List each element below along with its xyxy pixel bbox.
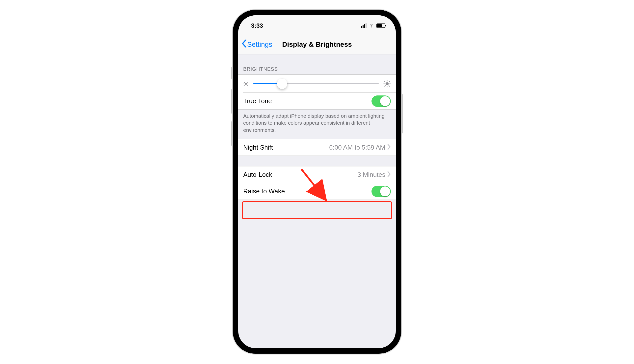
night-shift-value: 6:00 AM to 5:59 AM bbox=[329, 144, 385, 151]
night-shift-label: Night Shift bbox=[243, 144, 329, 151]
status-time: 3:33 bbox=[251, 22, 263, 29]
true-tone-switch[interactable] bbox=[371, 96, 391, 107]
screen: 3:33 Settings Display & Brightness BRIGH… bbox=[238, 15, 396, 348]
chevron-right-icon bbox=[387, 144, 391, 151]
battery-icon bbox=[376, 24, 385, 28]
annotation-highlight-box bbox=[242, 201, 392, 219]
volume-up-button bbox=[231, 89, 233, 114]
brightness-slider[interactable] bbox=[253, 83, 379, 84]
brightness-slider-row bbox=[238, 74, 396, 93]
navigation-bar: Settings Display & Brightness bbox=[238, 34, 396, 54]
svg-line-6 bbox=[247, 85, 247, 85]
svg-point-9 bbox=[386, 82, 389, 85]
svg-line-16 bbox=[385, 86, 385, 86]
auto-lock-value: 3 Minutes bbox=[357, 171, 385, 178]
slider-thumb[interactable] bbox=[277, 79, 287, 89]
svg-point-0 bbox=[245, 83, 247, 84]
true-tone-label: True Tone bbox=[243, 97, 371, 105]
svg-line-8 bbox=[247, 82, 247, 82]
raise-to-wake-label: Raise to Wake bbox=[243, 188, 371, 195]
auto-lock-label: Auto-Lock bbox=[243, 171, 357, 178]
phone-frame: 3:33 Settings Display & Brightness BRIGH… bbox=[233, 10, 401, 354]
brightness-low-icon bbox=[243, 81, 249, 86]
raise-to-wake-switch[interactable] bbox=[371, 186, 391, 197]
svg-line-17 bbox=[389, 81, 389, 82]
brightness-high-icon bbox=[383, 80, 391, 88]
volume-down-button bbox=[231, 121, 233, 146]
svg-line-14 bbox=[385, 81, 385, 82]
status-bar: 3:33 bbox=[238, 15, 396, 34]
night-shift-row[interactable]: Night Shift 6:00 AM to 5:59 AM bbox=[238, 139, 396, 156]
back-button[interactable]: Settings bbox=[242, 40, 272, 49]
back-label: Settings bbox=[247, 40, 272, 48]
side-button bbox=[401, 94, 403, 134]
mute-switch bbox=[231, 67, 233, 79]
svg-line-5 bbox=[244, 82, 245, 82]
chevron-right-icon bbox=[387, 171, 391, 178]
svg-line-7 bbox=[244, 85, 245, 85]
true-tone-row: True Tone bbox=[238, 93, 396, 110]
section-header-brightness: BRIGHTNESS bbox=[238, 54, 396, 74]
true-tone-description: Automatically adapt iPhone display based… bbox=[238, 110, 396, 139]
auto-lock-row[interactable]: Auto-Lock 3 Minutes bbox=[238, 166, 396, 183]
cellular-signal-icon bbox=[361, 23, 366, 28]
svg-line-15 bbox=[389, 86, 389, 86]
wifi-icon bbox=[368, 23, 374, 29]
chevron-left-icon bbox=[242, 40, 247, 49]
raise-to-wake-row: Raise to Wake bbox=[238, 183, 396, 200]
